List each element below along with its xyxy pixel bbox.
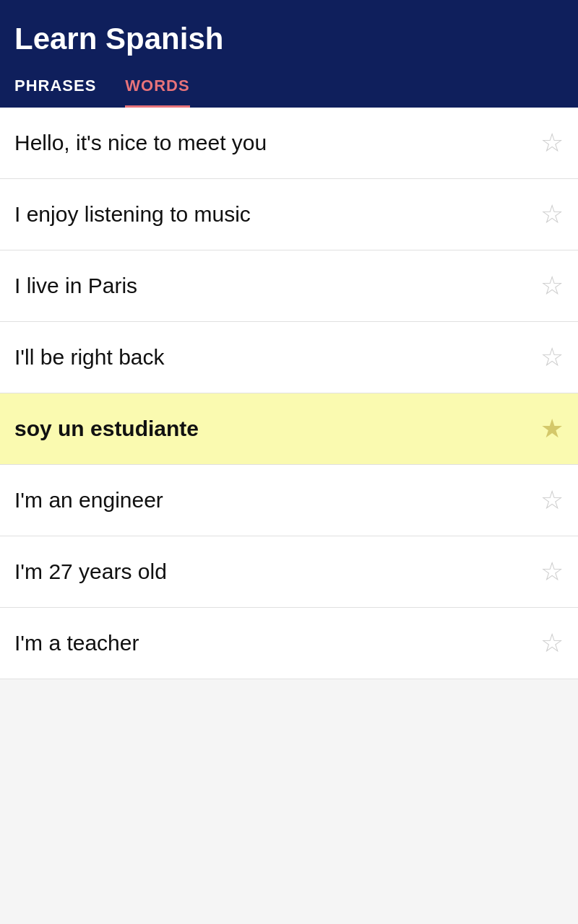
star-icon[interactable]: ☆ xyxy=(540,199,564,230)
tab-words[interactable]: WORDS xyxy=(125,77,189,108)
phrase-item[interactable]: I'm 27 years old☆ xyxy=(0,536,578,608)
star-icon[interactable]: ★ xyxy=(540,414,564,444)
phrase-item[interactable]: I'll be right back☆ xyxy=(0,322,578,393)
star-icon[interactable]: ☆ xyxy=(540,128,564,158)
star-icon[interactable]: ☆ xyxy=(540,271,564,301)
phrase-item[interactable]: Hello, it's nice to meet you☆ xyxy=(0,108,578,179)
phrase-list: Hello, it's nice to meet you☆I enjoy lis… xyxy=(0,108,578,679)
phrase-text: soy un estudiante xyxy=(14,417,199,441)
phrase-text: I'm a teacher xyxy=(14,631,139,655)
app-title: Learn Spanish xyxy=(14,22,564,56)
phrase-text: I'll be right back xyxy=(14,345,165,370)
phrase-item[interactable]: I enjoy listening to music☆ xyxy=(0,179,578,250)
phrase-text: Hello, it's nice to meet you xyxy=(14,131,267,155)
phrase-text: I'm 27 years old xyxy=(14,559,167,584)
tab-phrases[interactable]: PHRASES xyxy=(14,77,96,108)
phrase-item[interactable]: I'm an engineer☆ xyxy=(0,465,578,536)
phrase-text: I live in Paris xyxy=(14,274,137,298)
phrase-text: I'm an engineer xyxy=(14,488,163,513)
phrase-item[interactable]: soy un estudiante★ xyxy=(0,393,578,465)
phrase-item[interactable]: I'm a teacher☆ xyxy=(0,608,578,679)
star-icon[interactable]: ☆ xyxy=(540,557,564,587)
star-icon[interactable]: ☆ xyxy=(540,628,564,658)
app-header: Learn Spanish PHRASES WORDS xyxy=(0,0,578,108)
star-icon[interactable]: ☆ xyxy=(540,485,564,515)
phrase-item[interactable]: I live in Paris☆ xyxy=(0,250,578,322)
star-icon[interactable]: ☆ xyxy=(540,342,564,372)
phrase-text: I enjoy listening to music xyxy=(14,202,251,227)
tab-bar: PHRASES WORDS xyxy=(14,77,564,108)
